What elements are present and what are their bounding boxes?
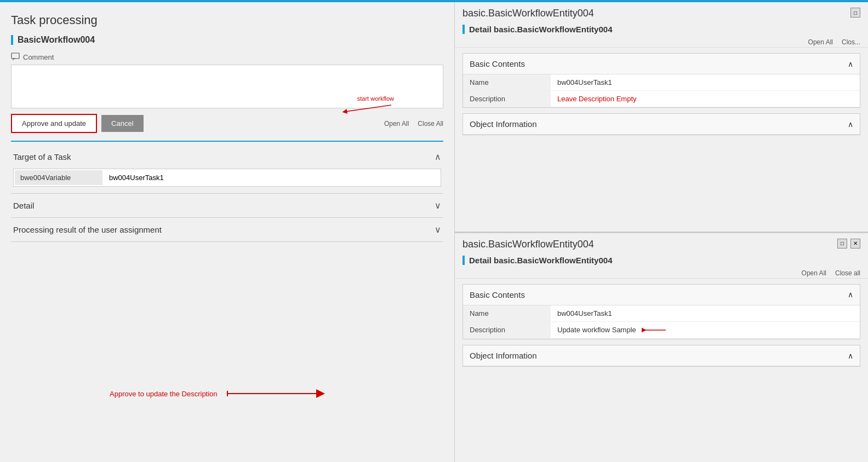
left-panel: Task processing BasicWorkflow004 Comment…	[0, 2, 455, 462]
object-info-top-header[interactable]: Object Information ∧	[463, 114, 860, 135]
right-panel-top-title: basic.BasicWorkflowEntity004	[462, 8, 594, 19]
processing-result-header[interactable]: Processing result of the user assignment…	[11, 218, 443, 241]
svg-rect-0	[12, 53, 19, 59]
right-panel-top-titlebar: basic.BasicWorkflowEntity004 □	[455, 2, 868, 22]
cancel-button[interactable]: Cancel	[101, 115, 143, 132]
maximize-button-top[interactable]: □	[850, 8, 860, 18]
comment-textarea[interactable]	[11, 65, 443, 108]
basic-contents-top: Basic Contents ∧ Name bw004UserTask1 Des…	[462, 53, 860, 108]
processing-result-chevron: ∨	[435, 224, 441, 235]
approve-annotation-arrow	[222, 385, 332, 402]
panel-title: Task processing	[11, 13, 443, 27]
titlebar-controls-bottom: □ ✕	[837, 239, 860, 249]
object-info-top-chevron: ∧	[848, 120, 853, 129]
right-panel-bottom-titlebar: basic.BasicWorkflowEntity004 □ ✕	[455, 233, 868, 253]
right-panel-bottom: basic.BasicWorkflowEntity004 □ ✕ Detail …	[455, 233, 868, 463]
workflow-name: BasicWorkflow004	[11, 35, 443, 45]
open-all-right-top[interactable]: Open All	[808, 38, 833, 46]
close-all-right-bottom[interactable]: Close all	[835, 269, 860, 277]
detail-section: Detail ∨	[11, 194, 443, 218]
open-close-links: Open All Close All	[384, 120, 443, 128]
open-all-right-bottom[interactable]: Open All	[802, 269, 826, 277]
leave-description-link[interactable]: Leave Description Empty	[557, 95, 637, 103]
task-target-table: bwe004Variable bw004UserTask1	[13, 169, 441, 187]
object-info-bottom: Object Information ∧	[462, 345, 860, 367]
right-panel-bottom-body: Basic Contents ∧ Name bw004UserTask1 Des…	[455, 279, 868, 463]
comment-icon	[11, 53, 20, 61]
right-panel-bottom-toolbar: Open All Close all	[455, 268, 868, 279]
detail-section-header[interactable]: Detail ∨	[11, 194, 443, 217]
comment-label: Comment	[11, 53, 443, 61]
processing-result-section: Processing result of the user assignment…	[11, 218, 443, 242]
right-panel-bottom-detail-heading: Detail basic.BasicWorkflowEntity004	[462, 256, 860, 265]
basic-contents-top-chevron: ∧	[848, 60, 853, 68]
action-row: start workflow Approve and update Cancel…	[11, 114, 443, 133]
basic-contents-bottom-header[interactable]: Basic Contents ∧	[463, 285, 860, 305]
restore-button-bottom[interactable]: □	[837, 239, 847, 249]
titlebar-controls-top: □	[850, 8, 860, 18]
target-chevron-up: ∧	[435, 152, 441, 162]
close-top[interactable]: Clos...	[842, 38, 860, 46]
basic-contents-top-table: Name bw004UserTask1 Description Leave De…	[463, 74, 860, 107]
approve-and-update-button[interactable]: Approve and update	[11, 114, 97, 133]
right-panel-top-body: Basic Contents ∧ Name bw004UserTask1 Des…	[455, 48, 868, 232]
target-of-task-section: Target of a Task ∧ bwe004Variable bw004U…	[11, 145, 443, 194]
right-panels: basic.BasicWorkflowEntity004 □ Detail ba…	[455, 2, 868, 462]
target-of-task-header[interactable]: Target of a Task ∧	[11, 145, 443, 169]
basic-contents-bottom-chevron: ∧	[848, 290, 853, 299]
right-panel-top-toolbar: Open All Clos...	[455, 37, 868, 48]
object-info-bottom-chevron: ∧	[848, 351, 853, 360]
table-row: bwe004Variable bw004UserTask1	[15, 170, 439, 185]
divider	[11, 141, 443, 142]
name-row-bottom: Name bw004UserTask1	[463, 305, 860, 322]
basic-contents-bottom-table: Name bw004UserTask1 Description Update w…	[463, 305, 860, 339]
description-arrow-bottom	[641, 326, 669, 334]
right-panel-top-detail-heading: Detail basic.BasicWorkflowEntity004	[462, 25, 860, 34]
description-row-top: Description Leave Description Empty	[463, 91, 860, 107]
target-of-task-content: bwe004Variable bw004UserTask1	[11, 169, 443, 193]
right-panel-bottom-title: basic.BasicWorkflowEntity004	[462, 239, 594, 250]
description-row-bottom: Description Update workflow Sample	[463, 321, 860, 339]
right-panel-top: basic.BasicWorkflowEntity004 □ Detail ba…	[455, 2, 868, 233]
object-info-bottom-header[interactable]: Object Information ∧	[463, 345, 860, 366]
close-all-link[interactable]: Close All	[418, 120, 443, 128]
basic-contents-bottom: Basic Contents ∧ Name bw004UserTask1 Des…	[462, 284, 860, 340]
object-info-top: Object Information ∧	[462, 113, 860, 135]
open-all-link[interactable]: Open All	[384, 120, 409, 128]
description-value-bottom: Update workflow Sample	[557, 326, 636, 334]
basic-contents-top-header[interactable]: Basic Contents ∧	[463, 54, 860, 74]
name-row-top: Name bw004UserTask1	[463, 74, 860, 91]
close-button-bottom[interactable]: ✕	[850, 239, 860, 249]
approve-annotation: Approve to update the Description	[110, 390, 218, 398]
detail-chevron-down: ∨	[435, 200, 441, 211]
